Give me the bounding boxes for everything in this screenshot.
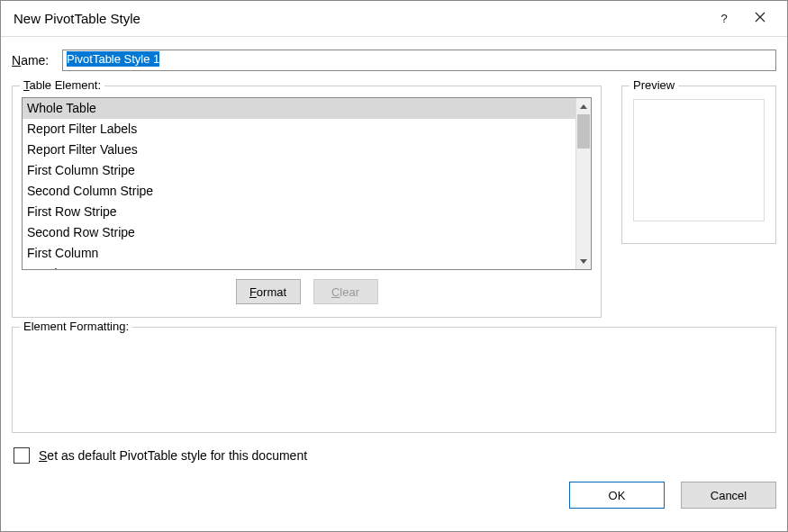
preview-row <box>639 158 758 162</box>
list-item[interactable]: First Row Stripe <box>23 202 575 222</box>
preview-cell <box>665 188 683 193</box>
table-element-label: Table Element: <box>20 78 104 92</box>
preview-cell <box>639 188 657 193</box>
name-value-selected: PivotTable Style 1 <box>67 51 159 67</box>
default-checkbox[interactable] <box>14 447 30 464</box>
scroll-thumb[interactable] <box>577 114 590 149</box>
preview-cell <box>665 113 683 117</box>
preview-cell <box>639 128 657 132</box>
preview-cell <box>715 158 733 162</box>
preview-cell <box>665 128 683 132</box>
preview-cell <box>740 203 758 208</box>
preview-cell <box>715 143 733 148</box>
preview-group: Preview <box>621 86 776 244</box>
close-button[interactable] <box>742 5 778 33</box>
scroll-up-icon[interactable] <box>576 98 591 114</box>
preview-cell <box>639 143 657 148</box>
preview-cell <box>715 188 733 193</box>
preview-cell <box>715 113 733 117</box>
preview-cell <box>690 143 708 148</box>
preview-row <box>639 143 758 148</box>
close-icon <box>755 12 765 25</box>
preview-cell <box>690 128 708 132</box>
scrollbar[interactable] <box>575 98 591 269</box>
footer: OK Cancel <box>1 473 787 519</box>
list-items: Whole Table Report Filter Labels Report … <box>23 98 575 269</box>
help-icon: ? <box>720 12 727 25</box>
preview-cell <box>690 113 708 117</box>
preview-cell <box>639 158 657 162</box>
element-formatting-label: Element Formatting: <box>20 320 132 333</box>
preview-cell <box>665 173 683 177</box>
preview-row <box>639 128 758 132</box>
preview-cell <box>740 143 758 148</box>
list-item[interactable]: Report Filter Values <box>23 140 575 160</box>
preview-cell <box>639 203 657 208</box>
element-formatting-group: Element Formatting: <box>12 327 776 433</box>
preview-label: Preview <box>629 78 678 92</box>
list-item[interactable]: Whole Table <box>23 98 575 119</box>
preview-cell <box>715 203 733 208</box>
preview-row <box>639 113 758 117</box>
default-checkbox-label: Set as default PivotTable style for this… <box>39 448 307 463</box>
help-button[interactable]: ? <box>706 5 742 33</box>
table-element-group: Table Element: Whole Table Report Filter… <box>12 86 602 318</box>
preview-cell <box>740 158 758 162</box>
scroll-track[interactable] <box>576 114 591 253</box>
preview-row <box>639 188 758 193</box>
preview-row <box>639 173 758 177</box>
preview-cell <box>690 173 708 177</box>
preview-cell <box>740 113 758 117</box>
preview-cell <box>715 128 733 132</box>
ok-button[interactable]: OK <box>569 482 665 509</box>
titlebar: New PivotTable Style ? <box>1 1 787 37</box>
dialog-title: New PivotTable Style <box>14 11 706 26</box>
preview-cell <box>639 113 657 117</box>
preview-cell <box>690 203 708 208</box>
preview-cell <box>665 203 683 208</box>
scroll-down-icon[interactable] <box>576 253 591 269</box>
preview-cell <box>740 173 758 177</box>
list-item[interactable]: First Column Stripe <box>23 160 575 181</box>
list-item[interactable]: Header Row <box>23 264 575 269</box>
cancel-button[interactable]: Cancel <box>681 482 776 509</box>
list-item[interactable]: Second Row Stripe <box>23 222 575 243</box>
preview-cell <box>715 173 733 177</box>
default-checkbox-row: Set as default PivotTable style for this… <box>12 447 776 464</box>
preview-cell <box>690 158 708 162</box>
preview-cell <box>740 128 758 132</box>
name-label: Name: <box>12 53 62 68</box>
format-button[interactable]: Format <box>236 279 301 304</box>
list-item[interactable]: Report Filter Labels <box>23 119 575 140</box>
dialog-body: Name: PivotTable Style 1 Table Element: … <box>1 37 787 473</box>
name-input[interactable]: PivotTable Style 1 <box>62 50 776 71</box>
name-row: Name: PivotTable Style 1 <box>12 50 776 71</box>
preview-cell <box>665 158 683 162</box>
table-element-listbox[interactable]: Whole Table Report Filter Labels Report … <box>22 97 592 270</box>
list-item[interactable]: Second Column Stripe <box>23 181 575 202</box>
preview-cell <box>665 143 683 148</box>
preview-cell <box>639 173 657 177</box>
format-button-row: Format Clear <box>22 279 592 304</box>
preview-row <box>639 203 758 208</box>
preview-cell <box>690 188 708 193</box>
preview-cell <box>740 188 758 193</box>
clear-button: Clear <box>313 279 378 304</box>
preview-box <box>633 99 765 221</box>
list-item[interactable]: First Column <box>23 243 575 264</box>
